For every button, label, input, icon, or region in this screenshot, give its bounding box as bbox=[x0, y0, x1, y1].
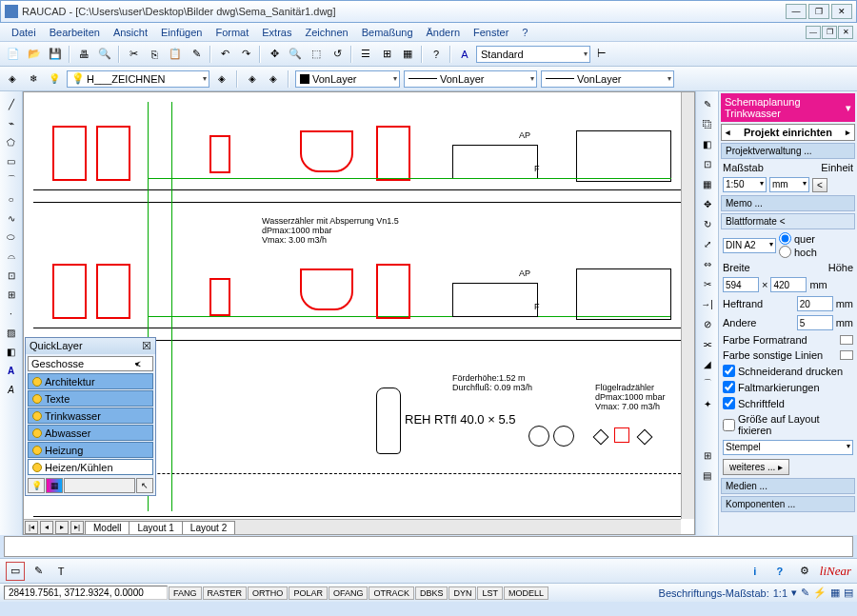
menu-datei[interactable]: Datei bbox=[6, 25, 42, 40]
layer-icon[interactable]: ◈ bbox=[4, 70, 21, 88]
menu-einfuegen[interactable]: Einfügen bbox=[155, 25, 208, 40]
tool-palette-icon[interactable]: ▦ bbox=[398, 45, 417, 64]
menu-aendern[interactable]: Ändern bbox=[421, 25, 466, 40]
style-combo[interactable]: Standard bbox=[476, 46, 590, 63]
ql-colors-icon[interactable]: ▦ bbox=[46, 478, 63, 493]
preview-icon[interactable]: 🔍 bbox=[95, 45, 114, 64]
quicklayer-item-trinkwasser[interactable]: Trinkwasser bbox=[28, 407, 153, 424]
print-icon[interactable]: 🖶 bbox=[74, 45, 93, 64]
lineweight-combo[interactable]: VonLayer bbox=[541, 70, 674, 88]
redo-icon[interactable]: ↷ bbox=[236, 45, 255, 64]
tab-layout2[interactable]: Layout 2 bbox=[182, 521, 235, 534]
tab-next[interactable]: ▸ bbox=[55, 521, 69, 534]
scale-icon[interactable]: ⤢ bbox=[699, 235, 716, 252]
zoom-window-icon[interactable]: ⬚ bbox=[307, 45, 326, 64]
status-modell[interactable]: MODELL bbox=[504, 586, 548, 600]
schema-dropdown[interactable]: Schemaplanung Trinkwasser▾ bbox=[721, 93, 855, 122]
layer-bulb-icon[interactable]: 💡 bbox=[46, 70, 63, 88]
tab-first[interactable]: |◂ bbox=[25, 521, 38, 534]
status-fang[interactable]: FANG bbox=[169, 586, 202, 600]
farbe-formatrand-swatch[interactable] bbox=[840, 335, 853, 345]
menu-extras[interactable]: Extras bbox=[256, 25, 297, 40]
quicklayer-item-heizung[interactable]: Heizung bbox=[28, 442, 153, 458]
massstab-select[interactable]: 1:50 bbox=[723, 177, 767, 192]
save-icon[interactable]: 💾 bbox=[46, 45, 65, 64]
layout-pen-icon[interactable]: ✎ bbox=[29, 562, 48, 581]
layout-rect-icon[interactable]: ▭ bbox=[6, 562, 25, 581]
status-polar[interactable]: POLAR bbox=[289, 586, 328, 600]
nav-prev-icon[interactable]: ◂ bbox=[724, 128, 732, 137]
tools-2-icon[interactable]: ▤ bbox=[699, 467, 716, 484]
layout-t-icon[interactable]: T bbox=[51, 562, 70, 581]
blattformate-section[interactable]: Blattformate < bbox=[721, 213, 855, 229]
break-icon[interactable]: ⊘ bbox=[699, 315, 716, 332]
nav-next-icon[interactable]: ▸ bbox=[844, 128, 852, 137]
help-icon[interactable]: ? bbox=[427, 45, 446, 64]
command-line[interactable] bbox=[4, 536, 853, 557]
copy-obj-icon[interactable]: ⿻ bbox=[699, 115, 716, 132]
circle-icon[interactable]: ○ bbox=[3, 190, 20, 208]
quicklayer-item-texte[interactable]: Texte bbox=[28, 390, 153, 407]
ann-icon-2[interactable]: ⚡ bbox=[813, 586, 827, 599]
polygon-icon[interactable]: ⬠ bbox=[3, 133, 20, 150]
tab-modell[interactable]: Modell bbox=[85, 521, 130, 534]
mirror-icon[interactable]: ◧ bbox=[699, 135, 716, 152]
match-icon[interactable]: ✎ bbox=[187, 45, 206, 64]
make-block-icon[interactable]: ⊞ bbox=[3, 286, 20, 303]
status-dbks[interactable]: DBKS bbox=[415, 586, 448, 600]
extend-icon[interactable]: →| bbox=[699, 295, 716, 312]
tab-last[interactable]: ▸| bbox=[70, 521, 84, 534]
unit-small-button[interactable]: < bbox=[812, 178, 827, 192]
zoom-prev-icon[interactable]: ↺ bbox=[328, 45, 347, 64]
cut-icon[interactable]: ✂ bbox=[124, 45, 143, 64]
quicklayer-item-abwasser[interactable]: Abwasser bbox=[28, 425, 153, 441]
settings-icon[interactable]: ⚙ bbox=[795, 562, 814, 581]
breite-input[interactable] bbox=[723, 277, 759, 292]
tools-1-icon[interactable]: ⊞ bbox=[699, 447, 716, 464]
status-raster[interactable]: RASTER bbox=[203, 586, 248, 600]
chamfer-icon[interactable]: ◢ bbox=[699, 355, 716, 372]
ann-icon-3[interactable]: ▦ bbox=[830, 586, 840, 599]
status-lst[interactable]: LST bbox=[477, 586, 503, 600]
layer-combo[interactable]: 💡H___ZEICHNEN bbox=[67, 70, 209, 88]
chk-faltmarkierungen[interactable] bbox=[723, 381, 735, 393]
color-combo[interactable]: VonLayer bbox=[295, 70, 400, 88]
line-icon[interactable]: ╱ bbox=[3, 95, 20, 112]
status-ortho[interactable]: ORTHO bbox=[248, 586, 288, 600]
tab-prev[interactable]: ◂ bbox=[40, 521, 53, 534]
layer-prev-icon[interactable]: ◈ bbox=[213, 70, 230, 88]
move-icon[interactable]: ✥ bbox=[699, 195, 716, 212]
properties-icon[interactable]: ☰ bbox=[356, 45, 375, 64]
projektverwaltung-section[interactable]: Projektverwaltung ... bbox=[721, 143, 855, 159]
komponenten-section[interactable]: Komponenten ... bbox=[721, 496, 855, 512]
explode-icon[interactable]: ✦ bbox=[699, 395, 716, 412]
insert-block-icon[interactable]: ⊡ bbox=[3, 267, 20, 284]
status-dyn[interactable]: DYN bbox=[448, 586, 476, 600]
layers-2-icon[interactable]: ◈ bbox=[265, 70, 282, 88]
hatch-icon[interactable]: ▨ bbox=[3, 324, 20, 341]
layers-manage-icon[interactable]: ◈ bbox=[244, 70, 261, 88]
minimize-button[interactable]: — bbox=[786, 4, 807, 19]
menu-ansicht[interactable]: Ansicht bbox=[108, 25, 153, 40]
rotate-icon[interactable]: ↻ bbox=[699, 215, 716, 232]
point-icon[interactable]: · bbox=[3, 305, 20, 322]
ann-icon-4[interactable]: ▤ bbox=[844, 586, 853, 599]
status-ofang[interactable]: OFANG bbox=[329, 586, 369, 600]
quicklayer-close-icon[interactable]: ☒ bbox=[142, 340, 151, 352]
quicklayer-item-heizenkuehlen[interactable]: Heizen/Kühlen bbox=[28, 459, 153, 475]
stretch-icon[interactable]: ⇔ bbox=[699, 255, 716, 272]
andere-input[interactable] bbox=[797, 315, 833, 330]
dim-style-icon[interactable]: ⊢ bbox=[592, 45, 611, 64]
menu-bemassung[interactable]: Bemaßung bbox=[356, 25, 419, 40]
tab-layout1[interactable]: Layout 1 bbox=[129, 521, 182, 534]
status-otrack[interactable]: OTRACK bbox=[369, 586, 414, 600]
info-icon[interactable]: i bbox=[746, 562, 765, 581]
einheit-select[interactable]: mm bbox=[769, 177, 809, 192]
offset-icon[interactable]: ⊡ bbox=[699, 155, 716, 172]
linetype-combo[interactable]: VonLayer bbox=[404, 70, 537, 88]
annotation-scale[interactable]: 1:1 bbox=[773, 587, 787, 599]
farbe-sonstige-swatch[interactable] bbox=[840, 350, 853, 360]
medien-section[interactable]: Medien ... bbox=[721, 478, 855, 494]
mtext-icon[interactable]: A bbox=[3, 381, 20, 398]
restore-button[interactable]: ❐ bbox=[808, 4, 829, 19]
